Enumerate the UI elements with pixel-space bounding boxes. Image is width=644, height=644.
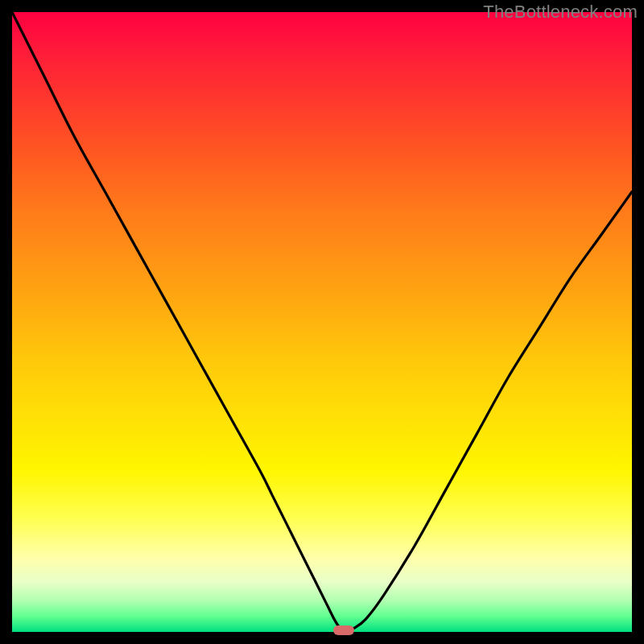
watermark-text: TheBottleneck.com <box>483 2 638 23</box>
chart-frame: TheBottleneck.com <box>0 0 644 644</box>
gradient-background <box>12 12 632 632</box>
minimum-marker <box>333 625 354 635</box>
